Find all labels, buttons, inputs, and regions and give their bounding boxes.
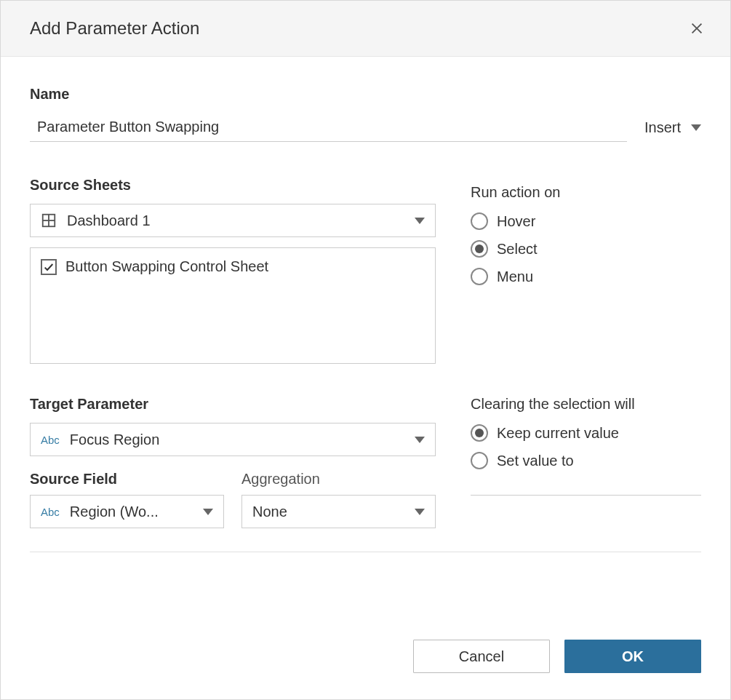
radio-label: Keep current value	[497, 425, 619, 442]
name-label: Name	[30, 86, 701, 103]
chevron-down-icon	[415, 509, 425, 515]
aggregation-label: Aggregation	[241, 471, 436, 488]
button-row: Cancel OK	[1, 640, 730, 699]
dialog-header: Add Parameter Action	[1, 1, 730, 57]
target-parameter-select[interactable]: Abc Focus Region	[30, 423, 436, 456]
dialog-title: Add Parameter Action	[30, 18, 199, 39]
source-aggregation-row: Source Field Abc Region (Wo... Aggregati…	[30, 471, 436, 528]
radio-icon-selected	[471, 424, 488, 442]
check-icon	[43, 261, 55, 273]
source-sheets-label: Source Sheets	[30, 177, 436, 194]
target-section: Target Parameter Abc Focus Region Source…	[30, 396, 701, 528]
radio-hover[interactable]: Hover	[471, 212, 701, 230]
radio-set-value[interactable]: Set value to	[471, 452, 701, 469]
list-item-label: Button Swapping Control Sheet	[65, 258, 268, 275]
chevron-down-icon	[415, 437, 425, 443]
insert-dropdown[interactable]: Insert	[644, 119, 701, 142]
source-field-select[interactable]: Abc Region (Wo...	[30, 495, 224, 528]
close-icon	[689, 20, 705, 36]
aggregation-select[interactable]: None	[241, 495, 436, 528]
aggregation-selected: None	[252, 504, 415, 520]
chevron-down-icon	[203, 509, 213, 515]
abc-icon: Abc	[41, 506, 60, 518]
set-value-input-underline	[471, 494, 701, 496]
abc-icon: Abc	[41, 434, 60, 446]
dialog-body: Name Insert Source Sheets Dashboard 1	[1, 57, 730, 640]
cancel-button[interactable]: Cancel	[413, 640, 550, 673]
radio-keep-current[interactable]: Keep current value	[471, 424, 701, 442]
add-parameter-action-dialog: Add Parameter Action Name Insert Source …	[0, 0, 731, 700]
name-row: Insert	[30, 113, 701, 142]
radio-label: Menu	[497, 269, 533, 285]
dashboard-select[interactable]: Dashboard 1	[30, 204, 436, 237]
chevron-down-icon	[415, 218, 425, 224]
chevron-down-icon	[691, 124, 701, 131]
source-field-label: Source Field	[30, 471, 224, 488]
dashboard-selected: Dashboard 1	[67, 212, 415, 229]
name-input[interactable]	[30, 113, 627, 142]
source-field-selected: Region (Wo...	[70, 504, 203, 520]
target-parameter-label: Target Parameter	[30, 396, 436, 413]
radio-select[interactable]: Select	[471, 240, 701, 258]
checkbox-checked[interactable]	[41, 259, 57, 275]
radio-menu[interactable]: Menu	[471, 268, 701, 285]
run-action-label: Run action on	[471, 184, 701, 201]
radio-icon	[471, 268, 488, 285]
source-sheets-section: Source Sheets Dashboard 1	[30, 177, 701, 364]
radio-label: Hover	[497, 213, 535, 230]
radio-label: Select	[497, 241, 538, 258]
clearing-label: Clearing the selection will	[471, 396, 701, 413]
radio-label: Set value to	[497, 453, 574, 469]
ok-button[interactable]: OK	[564, 640, 701, 673]
radio-icon	[471, 452, 488, 469]
list-item[interactable]: Button Swapping Control Sheet	[41, 258, 425, 275]
divider	[30, 552, 701, 552]
close-button[interactable]	[687, 18, 707, 39]
source-sheets-list: Button Swapping Control Sheet	[30, 247, 436, 364]
insert-label: Insert	[644, 119, 681, 136]
radio-icon-selected	[471, 240, 488, 258]
target-parameter-selected: Focus Region	[70, 431, 415, 448]
dashboard-icon	[41, 212, 57, 228]
radio-icon	[471, 212, 488, 230]
